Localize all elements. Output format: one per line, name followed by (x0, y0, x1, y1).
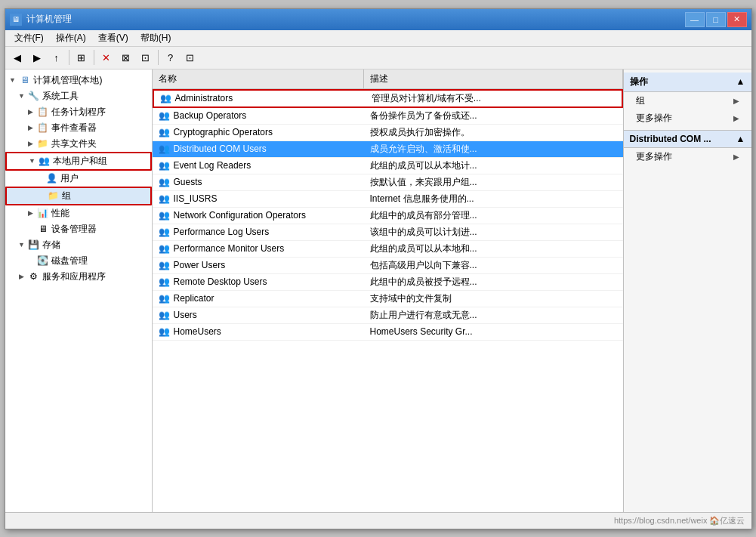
table-row[interactable]: 👥 Cryptographic Operators 授权成员执行加密操作。 (153, 125, 623, 141)
col-header-name[interactable]: 名称 (153, 69, 364, 88)
row-desc-power: 包括高级用户以向下兼容... (364, 258, 623, 273)
show-hide-button[interactable]: ⊞ (73, 48, 91, 66)
row-name-power: 👥 Power Users (153, 258, 364, 273)
window-title: 计算机管理 (26, 13, 72, 26)
table-row[interactable]: 👥 Performance Log Users 该组中的成员可以计划进... (153, 224, 623, 241)
sidebar-item-groups[interactable]: ▶ 📁 组 (5, 187, 152, 205)
sidebar-item-services[interactable]: ▶ ⚙ 服务和应用程序 (5, 269, 152, 285)
tree-toggle-services[interactable]: ▶ (17, 272, 26, 281)
tree-toggle-storage[interactable]: ▼ (17, 240, 26, 249)
group-row-icon: 👥 (159, 126, 171, 138)
tree-toggle-tools[interactable]: ▼ (17, 91, 26, 100)
sidebar-item-storage[interactable]: ▼ 💾 存储 (5, 237, 152, 253)
watermark-text: https://blog.csdn.net/weix 🏠亿速云 (614, 515, 745, 526)
sidebar: ▼ 🖥 计算机管理(本地) ▼ 🔧 系统工具 ▶ 📋 任务计划程序 ▶ 📋 事件… (5, 69, 153, 512)
tree-toggle-shared[interactable]: ▶ (26, 139, 35, 148)
maximize-button[interactable]: □ (706, 12, 726, 27)
action-item-more1-label: 更多操作 (636, 112, 672, 125)
back-button[interactable]: ◀ (8, 48, 26, 66)
group-row-icon: 👥 (159, 209, 171, 221)
sidebar-item-event[interactable]: ▶ 📋 事件查看器 (5, 120, 152, 136)
row-desc-guests: 按默认值，来宾跟用户组... (364, 174, 623, 190)
table-row[interactable]: 👥 Event Log Readers 此组的成员可以从本地计... (153, 158, 623, 174)
sidebar-item-task[interactable]: ▶ 📋 任务计划程序 (5, 104, 152, 120)
sidebar-item-perf[interactable]: ▶ 📊 性能 (5, 205, 152, 221)
menu-item[interactable]: 文件(F) (8, 30, 50, 46)
row-desc-replicator: 支持域中的文件复制 (364, 291, 623, 307)
row-desc-users: 防止用户进行有意或无意... (364, 307, 623, 323)
close-button[interactable]: ✕ (727, 12, 747, 27)
up-button[interactable]: ↑ (48, 48, 66, 66)
table-row[interactable]: 👥 IIS_IUSRS Internet 信息服务使用的... (153, 191, 623, 208)
row-name-iis: 👥 IIS_IUSRS (153, 191, 364, 206)
group-row-icon: 👥 (159, 326, 171, 338)
minimize-button[interactable]: — (685, 12, 705, 27)
delete-button[interactable]: ✕ (97, 48, 116, 66)
menu-item[interactable]: 查看(V) (92, 30, 134, 46)
disk-icon: 💽 (37, 255, 49, 267)
action-item-group[interactable]: 组 ▶ (624, 92, 751, 110)
menu-item[interactable]: 帮助(H) (134, 30, 177, 46)
row-desc-eventlog: 此组的成员可以从本地计... (364, 158, 623, 174)
sidebar-item-disk[interactable]: ▶ 💽 磁盘管理 (5, 253, 152, 269)
sidebar-item-localusers[interactable]: ▼ 👥 本地用户和组 (5, 152, 152, 171)
table-row[interactable]: 👥 HomeUsers HomeUsers Security Gr... (153, 324, 623, 341)
sidebar-label-localusers: 本地用户和组 (53, 155, 107, 168)
sidebar-label-disk: 磁盘管理 (51, 255, 88, 267)
properties-button[interactable]: ⊠ (117, 48, 135, 66)
table-row[interactable]: 👥 Replicator 支持域中的文件复制 (153, 291, 623, 307)
group-row-icon: 👥 (159, 309, 171, 321)
extra-button[interactable]: ⊡ (181, 48, 199, 66)
sidebar-label-storage: 存储 (42, 239, 60, 252)
action-item-group-arrow: ▶ (733, 97, 739, 105)
row-name-perflog: 👥 Performance Log Users (153, 224, 364, 239)
sidebar-item-users[interactable]: ▶ 👤 用户 (5, 171, 152, 187)
refresh-button[interactable]: ⊡ (137, 48, 155, 66)
tree-toggle-task[interactable]: ▶ (26, 107, 35, 116)
table-row[interactable]: 👥 Performance Monitor Users 此组的成员可以从本地和.… (153, 241, 623, 258)
title-bar-controls: — □ ✕ (685, 12, 747, 27)
table-row[interactable]: 👥 Network Configuration Operators 此组中的成员… (153, 208, 623, 224)
tree-toggle-root[interactable]: ▼ (8, 76, 17, 85)
action-item-more2-arrow: ▶ (733, 153, 739, 161)
help-button[interactable]: ? (162, 48, 180, 66)
list-header: 名称 描述 (153, 69, 623, 89)
tree-toggle-perf[interactable]: ▶ (26, 208, 35, 218)
event-icon: 📋 (37, 122, 49, 134)
tree-toggle-event[interactable]: ▶ (26, 123, 35, 132)
table-row[interactable]: 👥 Guests 按默认值，来宾跟用户组... (153, 174, 623, 191)
forward-button[interactable]: ▶ (28, 48, 46, 66)
col-header-desc[interactable]: 描述 (364, 69, 623, 88)
devmgr-icon: 🖥 (37, 223, 49, 235)
action-item-more1[interactable]: 更多操作 ▶ (624, 110, 751, 127)
row-name-crypto: 👥 Cryptographic Operators (153, 125, 364, 140)
table-row[interactable]: 👥 Backup Operators 备份操作员为了备份或还... (153, 108, 623, 125)
action-item-more1-arrow: ▶ (733, 114, 739, 122)
sidebar-label-users: 用户 (60, 172, 79, 185)
row-name-eventlog: 👥 Event Log Readers (153, 158, 364, 173)
sidebar-item-tools[interactable]: ▼ 🔧 系统工具 (5, 88, 152, 104)
sidebar-label-event: 事件查看器 (51, 122, 97, 134)
table-row[interactable]: 👥 Distributed COM Users 成员允许启动、激活和使... (153, 141, 623, 158)
tools-icon: 🔧 (28, 90, 40, 102)
sidebar-item-devmgr[interactable]: ▶ 🖥 设备管理器 (5, 221, 152, 237)
row-desc-perflog: 该组中的成员可以计划进... (364, 224, 623, 240)
main-content: ▼ 🖥 计算机管理(本地) ▼ 🔧 系统工具 ▶ 📋 任务计划程序 ▶ 📋 事件… (5, 69, 751, 512)
action-section-main: 操作 ▲ 组 ▶ 更多操作 ▶ (624, 69, 751, 130)
action-item-group-label: 组 (636, 94, 645, 107)
sidebar-item-root[interactable]: ▼ 🖥 计算机管理(本地) (5, 73, 152, 88)
sidebar-item-shared[interactable]: ▶ 📁 共享文件夹 (5, 136, 152, 152)
row-desc-administrators: 管理员对计算机/域有不受... (366, 91, 622, 106)
menu-item[interactable]: 操作(A) (50, 30, 92, 46)
sidebar-label-perf: 性能 (51, 207, 69, 220)
task-icon: 📋 (37, 106, 49, 118)
computer-icon: 🖥 (19, 74, 31, 86)
table-row[interactable]: 👥 Remote Desktop Users 此组中的成员被授予远程... (153, 274, 623, 291)
action-item-more2[interactable]: 更多操作 ▶ (624, 148, 751, 165)
table-row[interactable]: 👥 Administrators 管理员对计算机/域有不受... (153, 89, 623, 108)
shared-icon: 📁 (37, 137, 49, 150)
table-row[interactable]: 👥 Users 防止用户进行有意或无意... (153, 307, 623, 324)
tree-toggle-localusers[interactable]: ▼ (28, 156, 37, 165)
group-row-icon: 👥 (159, 176, 171, 188)
table-row[interactable]: 👥 Power Users 包括高级用户以向下兼容... (153, 258, 623, 274)
